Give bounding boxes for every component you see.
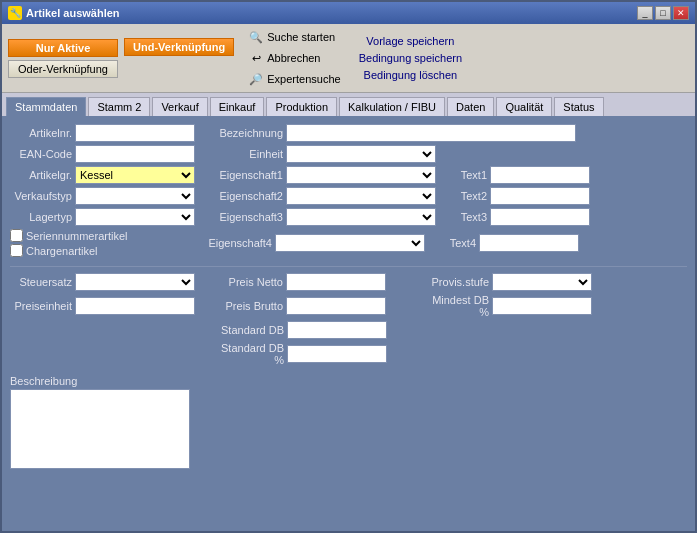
- chargen-checkbox[interactable]: [10, 244, 23, 257]
- artikelgr-label: Artikelgr.: [10, 169, 72, 181]
- tab-status[interactable]: Status: [554, 97, 603, 116]
- seriennummer-label: Seriennummerartikel: [26, 230, 127, 242]
- nur-aktive-button[interactable]: Nur Aktive: [8, 39, 118, 57]
- mindest-db-label: Mindest DB %: [424, 294, 489, 318]
- eigenschaft2-label: Eigenschaft2: [215, 190, 283, 202]
- expertensuche-icon: 🔎: [248, 71, 264, 87]
- abbrechen-button[interactable]: ↩ Abbrechen: [244, 49, 344, 67]
- title-bar: 🔧 Artikel auswählen _ □ ✕: [2, 2, 695, 24]
- vorlage-speichern-button[interactable]: Vorlage speichern: [357, 34, 464, 48]
- verkaufstyp-label: Verkaufstyp: [10, 190, 72, 202]
- standard-db-pct-label: Standard DB %: [216, 342, 284, 366]
- und-verknuepfung-button[interactable]: Und-Verknüpfung: [124, 38, 234, 56]
- tab-qualitaet[interactable]: Qualität: [496, 97, 552, 116]
- divider: [10, 266, 687, 267]
- main-window: 🔧 Artikel auswählen _ □ ✕ Nur Aktive Ode…: [0, 0, 697, 533]
- window-icon: 🔧: [8, 6, 22, 20]
- lagertyp-label: Lagertyp: [10, 211, 72, 223]
- tab-bar: Stammdaten Stamm 2 Verkauf Einkauf Produ…: [2, 93, 695, 116]
- eigenschaft4-select[interactable]: [275, 234, 425, 252]
- text4-label: Text4: [441, 237, 476, 249]
- tab-einkauf[interactable]: Einkauf: [210, 97, 265, 116]
- seriennummer-checkbox[interactable]: [10, 229, 23, 242]
- minimize-button[interactable]: _: [637, 6, 653, 20]
- preiseinheit-input[interactable]: [75, 297, 195, 315]
- eigenschaft3-label: Eigenschaft3: [215, 211, 283, 223]
- standard-db-input[interactable]: [287, 321, 387, 339]
- tab-stammdaten[interactable]: Stammdaten: [6, 97, 86, 116]
- close-button[interactable]: ✕: [673, 6, 689, 20]
- standard-db-pct-input[interactable]: [287, 345, 387, 363]
- ean-input[interactable]: [75, 145, 195, 163]
- steuersatz-label: Steuersatz: [10, 276, 72, 288]
- preis-brutto-input[interactable]: [286, 297, 386, 315]
- einheit-label: Einheit: [215, 148, 283, 160]
- oder-verknuepfung-button[interactable]: Oder-Verknüpfung: [8, 60, 118, 78]
- text3-input[interactable]: [490, 208, 590, 226]
- provis-stufe-label: Provis.stufe: [424, 276, 489, 288]
- preis-netto-label: Preis Netto: [215, 276, 283, 288]
- tab-produktion[interactable]: Produktion: [266, 97, 337, 116]
- steuersatz-select[interactable]: [75, 273, 195, 291]
- beschreibung-textarea[interactable]: [10, 389, 190, 469]
- bedingung-speichern-button[interactable]: Bedingung speichern: [357, 51, 464, 65]
- ean-label: EAN-Code: [10, 148, 72, 160]
- suche-starten-button[interactable]: 🔍 Suche starten: [244, 28, 344, 46]
- eigenschaft4-label: Eigenschaft4: [204, 237, 272, 249]
- einheit-select[interactable]: [286, 145, 436, 163]
- eigenschaft3-select[interactable]: [286, 208, 436, 226]
- bezeichnung-label: Bezeichnung: [215, 127, 283, 139]
- lagertyp-select[interactable]: [75, 208, 195, 226]
- toolbar: Nur Aktive Oder-Verknüpfung Und-Verknüpf…: [2, 24, 695, 93]
- maximize-button[interactable]: □: [655, 6, 671, 20]
- content-area: Artikelnr. Bezeichnung EAN-Code Einheit: [2, 116, 695, 531]
- provis-stufe-select[interactable]: [492, 273, 592, 291]
- artikelnr-input[interactable]: [75, 124, 195, 142]
- artikelnr-label: Artikelnr.: [10, 127, 72, 139]
- tab-stamm2[interactable]: Stamm 2: [88, 97, 150, 116]
- text2-label: Text2: [452, 190, 487, 202]
- text4-input[interactable]: [479, 234, 579, 252]
- verkaufstyp-select[interactable]: [75, 187, 195, 205]
- chargen-label: Chargenartikel: [26, 245, 98, 257]
- text1-input[interactable]: [490, 166, 590, 184]
- preis-netto-input[interactable]: [286, 273, 386, 291]
- abbrechen-icon: ↩: [248, 50, 264, 66]
- bedingung-loeschen-button[interactable]: Bedingung löschen: [357, 68, 464, 82]
- preiseinheit-label: Preiseinheit: [10, 300, 72, 312]
- beschreibung-label: Beschreibung: [10, 375, 687, 387]
- eigenschaft2-select[interactable]: [286, 187, 436, 205]
- tab-verkauf[interactable]: Verkauf: [152, 97, 207, 116]
- window-title: Artikel auswählen: [26, 7, 120, 19]
- eigenschaft1-label: Eigenschaft1: [215, 169, 283, 181]
- eigenschaft1-select[interactable]: [286, 166, 436, 184]
- text3-label: Text3: [452, 211, 487, 223]
- bezeichnung-input[interactable]: [286, 124, 576, 142]
- text2-input[interactable]: [490, 187, 590, 205]
- text1-label: Text1: [452, 169, 487, 181]
- mindest-db-input[interactable]: [492, 297, 592, 315]
- tab-kalkulation[interactable]: Kalkulation / FIBU: [339, 97, 445, 116]
- tab-daten[interactable]: Daten: [447, 97, 494, 116]
- artikelgr-select[interactable]: Kessel: [75, 166, 195, 184]
- standard-db-label: Standard DB: [216, 324, 284, 336]
- expertensuche-button[interactable]: 🔎 Expertensuche: [244, 70, 344, 88]
- suche-icon: 🔍: [248, 29, 264, 45]
- preis-brutto-label: Preis Brutto: [215, 300, 283, 312]
